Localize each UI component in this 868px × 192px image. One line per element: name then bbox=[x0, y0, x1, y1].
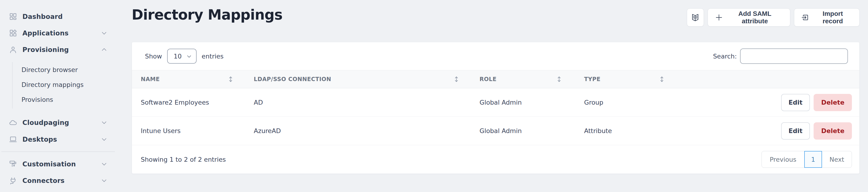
sidebar-item-provisioning[interactable]: Provisioning bbox=[9, 43, 111, 56]
header-actions: Add SAML attribute Import record bbox=[687, 8, 860, 27]
table-row: Software2 Employees AD Global Admin Grou… bbox=[132, 88, 859, 117]
search-input[interactable] bbox=[740, 48, 848, 64]
directory-mappings-card: Show 10 entries Search: NAME bbox=[132, 42, 860, 174]
user-icon bbox=[9, 45, 17, 54]
chevron-down-icon bbox=[101, 161, 107, 167]
sidebar-item-label: Provisioning bbox=[23, 46, 69, 53]
sidebar-item-label: Connectors bbox=[23, 177, 64, 185]
entries-summary: Showing 1 to 2 of 2 entries bbox=[141, 156, 226, 163]
table-toolbar: Show 10 entries Search: bbox=[132, 42, 859, 70]
delete-button[interactable]: Delete bbox=[814, 122, 852, 140]
laptop-icon bbox=[9, 135, 17, 144]
table-header-row: NAME LDAP/SSO CONNECTION ROLE TYPE bbox=[132, 70, 859, 88]
sort-icon[interactable] bbox=[659, 76, 664, 83]
cell-role: Global Admin bbox=[479, 88, 582, 116]
app-root: Dashboard Applications Provisioning bbox=[0, 0, 868, 192]
table-footer: Showing 1 to 2 of 2 entries Previous 1 N… bbox=[132, 145, 859, 174]
pagination-next[interactable]: Next bbox=[822, 151, 852, 167]
sidebar-item-directory-mappings[interactable]: Directory mappings bbox=[22, 78, 105, 91]
cell-role: Global Admin bbox=[479, 117, 582, 145]
chevron-down-icon bbox=[101, 177, 107, 184]
page-size-value: 10 bbox=[174, 53, 182, 60]
pagination: Previous 1 Next bbox=[762, 151, 852, 168]
sidebar-subitem-label: Provisions bbox=[22, 96, 53, 103]
cell-type: Attribute bbox=[582, 117, 685, 145]
chevron-up-icon bbox=[101, 46, 107, 53]
sidebar-item-provisions[interactable]: Provisions bbox=[22, 93, 105, 106]
cell-type: Group bbox=[582, 88, 685, 116]
sidebar-item-label: Customisation bbox=[23, 160, 76, 168]
sidebar-subitem-label: Directory browser bbox=[22, 66, 78, 73]
plus-icon bbox=[715, 13, 723, 22]
cloud-icon bbox=[9, 118, 17, 127]
cell-connection: AD bbox=[254, 88, 479, 116]
pagination-page-1[interactable]: 1 bbox=[804, 151, 822, 168]
sidebar-item-applications[interactable]: Applications bbox=[9, 26, 111, 40]
sidebar-item-directory-browser[interactable]: Directory browser bbox=[22, 63, 105, 76]
import-icon bbox=[801, 13, 809, 22]
add-saml-attribute-label: Add SAML attribute bbox=[727, 10, 783, 25]
sort-icon[interactable] bbox=[228, 76, 233, 83]
applications-icon bbox=[9, 29, 17, 37]
column-header-connection[interactable]: LDAP/SSO CONNECTION bbox=[254, 70, 479, 88]
sidebar-subitem-label: Directory mappings bbox=[22, 81, 84, 88]
sidebar-item-dashboard[interactable]: Dashboard bbox=[9, 9, 111, 24]
plug-icon bbox=[9, 177, 17, 185]
import-record-button[interactable]: Import record bbox=[794, 8, 860, 27]
pagination-previous[interactable]: Previous bbox=[762, 151, 804, 167]
show-label: Show bbox=[145, 53, 162, 60]
sort-icon[interactable] bbox=[557, 76, 562, 83]
sidebar-item-desktops[interactable]: Desktops bbox=[9, 132, 111, 146]
cell-name: Intune Users bbox=[132, 117, 254, 145]
column-header-type[interactable]: TYPE bbox=[582, 70, 685, 88]
submenu-rail bbox=[12, 62, 12, 109]
sidebar: Dashboard Applications Provisioning bbox=[0, 0, 131, 192]
sidebar-item-connectors[interactable]: Connectors bbox=[9, 174, 111, 188]
sidebar-item-label: Cloudpaging bbox=[23, 119, 69, 126]
chevron-down-icon bbox=[101, 119, 107, 126]
sidebar-item-customisation[interactable]: Customisation bbox=[9, 157, 111, 171]
cell-name: Software2 Employees bbox=[132, 88, 254, 116]
column-header-actions bbox=[685, 70, 859, 88]
chevron-down-icon bbox=[186, 53, 192, 59]
add-saml-attribute-button[interactable]: Add SAML attribute bbox=[708, 8, 790, 27]
sidebar-item-label: Dashboard bbox=[23, 13, 63, 21]
page-size-select[interactable]: 10 bbox=[167, 49, 196, 64]
edit-button[interactable]: Edit bbox=[781, 94, 810, 111]
delete-button[interactable]: Delete bbox=[814, 94, 852, 111]
open-book-button[interactable] bbox=[687, 8, 704, 27]
edit-button[interactable]: Edit bbox=[781, 122, 810, 140]
sidebar-item-cloudpaging[interactable]: Cloudpaging bbox=[9, 116, 111, 129]
sidebar-item-label: Applications bbox=[23, 29, 69, 37]
page-title: Directory Mappings bbox=[132, 6, 282, 23]
dashboard-icon bbox=[9, 12, 17, 21]
import-record-label: Import record bbox=[813, 10, 852, 25]
search-group: Search: bbox=[713, 48, 848, 64]
table-row: Intune Users AzureAD Global Admin Attrib… bbox=[132, 117, 859, 145]
open-book-icon bbox=[691, 13, 700, 22]
sidebar-divider bbox=[1, 151, 115, 152]
entries-label: entries bbox=[202, 53, 224, 60]
sort-icon[interactable] bbox=[454, 76, 459, 83]
chevron-down-icon bbox=[101, 30, 107, 36]
cell-actions: Edit Delete bbox=[685, 117, 859, 145]
paint-roller-icon bbox=[9, 160, 17, 168]
sidebar-item-label: Desktops bbox=[23, 136, 57, 143]
column-header-role[interactable]: ROLE bbox=[479, 70, 582, 88]
search-label: Search: bbox=[713, 53, 737, 60]
cell-actions: Edit Delete bbox=[685, 88, 859, 116]
chevron-down-icon bbox=[101, 136, 107, 143]
page-size-group: Show 10 entries bbox=[145, 49, 223, 64]
column-header-name[interactable]: NAME bbox=[132, 70, 254, 88]
cell-connection: AzureAD bbox=[254, 117, 479, 145]
